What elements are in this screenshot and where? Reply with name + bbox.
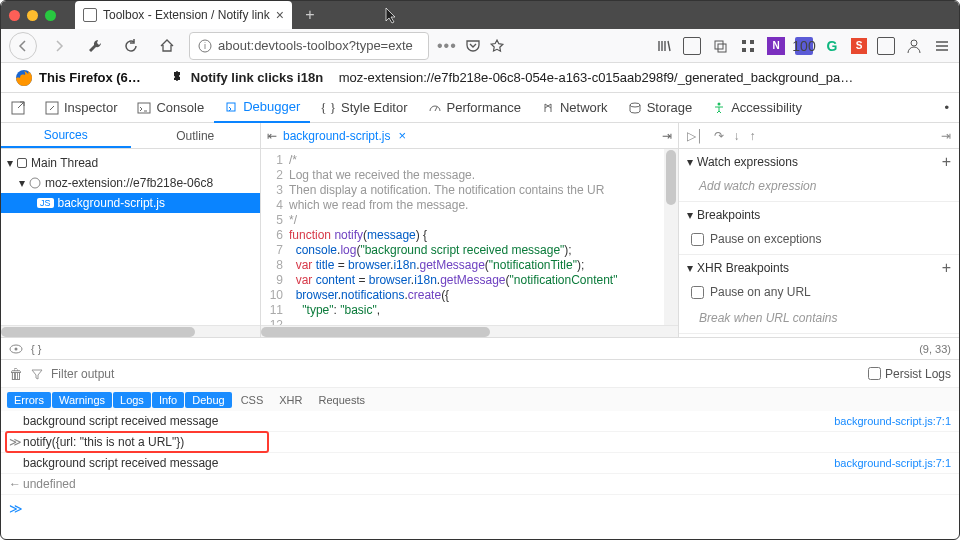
minimize-window-icon[interactable] — [27, 10, 38, 21]
filter-warnings[interactable]: Warnings — [52, 392, 112, 408]
filter-xhr[interactable]: XHR — [271, 392, 310, 408]
svg-point-8 — [911, 40, 917, 46]
editor-vscroll[interactable] — [664, 149, 678, 325]
forward-button[interactable] — [45, 32, 73, 60]
breakpoints-header[interactable]: ▾ Breakpoints — [679, 202, 959, 228]
container-icon[interactable] — [877, 37, 895, 55]
sidebar-icon[interactable] — [683, 37, 701, 55]
devtools-tabs: Inspector Console Debugger { }Style Edit… — [1, 93, 959, 123]
grammarly-icon[interactable]: G — [823, 37, 841, 55]
sources-hscroll[interactable] — [1, 325, 260, 337]
maximize-window-icon[interactable] — [45, 10, 56, 21]
close-file-icon[interactable]: × — [398, 128, 406, 143]
console-toolbar: 🗑 Persist Logs — [1, 359, 959, 387]
break-url-placeholder[interactable]: Break when URL contains — [679, 307, 959, 333]
add-watch-button[interactable]: + — [942, 153, 951, 171]
filter-info[interactable]: Info — [152, 392, 184, 408]
xhr-header[interactable]: ▾ XHR Breakpoints+ — [679, 255, 959, 281]
console-prompt[interactable]: ≫ — [1, 495, 959, 521]
page-actions-icon[interactable]: ••• — [437, 37, 457, 55]
editor-hscroll[interactable] — [261, 325, 678, 337]
library-icon[interactable] — [655, 37, 673, 55]
tab-debugger[interactable]: Debugger — [214, 93, 310, 123]
new-tab-button[interactable]: + — [296, 3, 324, 27]
browser-navbar: i about:devtools-toolbox?type=exte ••• N… — [1, 29, 959, 63]
clear-console-icon[interactable]: 🗑 — [9, 366, 23, 382]
svg-point-14 — [630, 103, 640, 107]
multiwin-icon[interactable] — [711, 37, 729, 55]
collapse-left-icon[interactable]: ⇤ — [267, 129, 277, 143]
apps-icon[interactable] — [739, 37, 757, 55]
line-gutter: 123456789101112 — [261, 149, 289, 325]
tab-network[interactable]: Network — [531, 93, 618, 123]
svg-rect-5 — [750, 40, 754, 44]
add-watch-placeholder[interactable]: Add watch expression — [679, 175, 959, 201]
svg-rect-3 — [718, 44, 726, 52]
onenote-icon[interactable]: N — [767, 37, 785, 55]
add-xhr-button[interactable]: + — [942, 259, 951, 277]
filter-logs[interactable]: Logs — [113, 392, 151, 408]
origin-row[interactable]: ▾ moz-extension://e7fb218e-06c8 — [1, 173, 260, 193]
filter-css[interactable]: CSS — [233, 392, 272, 408]
tools-icon[interactable] — [81, 32, 109, 60]
tab-storage[interactable]: Storage — [618, 93, 703, 123]
filter-icon — [31, 368, 43, 380]
scope-indicator: { } — [31, 343, 41, 355]
console-filters: Errors Warnings Logs Info Debug CSS XHR … — [1, 387, 959, 411]
menu-icon[interactable] — [933, 37, 951, 55]
version-badge[interactable]: 100 — [795, 37, 813, 55]
svg-text:i: i — [204, 41, 206, 51]
url-text: about:devtools-toolbox?type=exte — [218, 38, 420, 53]
panel-collapse-icon[interactable]: ⇥ — [941, 129, 951, 143]
sources-tab[interactable]: Sources — [1, 123, 131, 148]
sources-pane: Sources Outline ▾ Main Thread ▾ moz-exte… — [1, 123, 261, 337]
source-link[interactable]: background-script.js:7:1 — [834, 457, 951, 469]
step-over-icon[interactable]: ↷ — [714, 129, 724, 143]
home-button[interactable] — [153, 32, 181, 60]
tab-console[interactable]: Console — [127, 93, 214, 123]
tab-inspector[interactable]: Inspector — [35, 93, 127, 123]
filter-input[interactable] — [51, 367, 860, 381]
pocket-icon[interactable] — [465, 38, 481, 54]
resume-icon[interactable]: ▷│ — [687, 129, 704, 143]
bookmark-star-icon[interactable] — [489, 38, 505, 54]
input-chevron-icon: ≫ — [9, 435, 23, 449]
file-row[interactable]: JS background-script.js — [1, 193, 260, 213]
overflow-icon[interactable]: • — [934, 100, 959, 115]
url-bar[interactable]: i about:devtools-toolbox?type=exte — [189, 32, 429, 60]
filter-debug[interactable]: Debug — [185, 392, 231, 408]
reload-button[interactable] — [117, 32, 145, 60]
step-in-icon[interactable]: ↓ — [734, 129, 740, 143]
collapse-right-icon[interactable]: ⇥ — [662, 129, 672, 143]
new-window-icon[interactable] — [1, 93, 35, 123]
back-button[interactable] — [9, 32, 37, 60]
this-firefox-crumb[interactable]: This Firefox (6… — [1, 63, 155, 93]
cursor-icon — [384, 6, 398, 24]
browser-tab[interactable]: Toolbox - Extension / Notify link × — [75, 1, 292, 29]
account-icon[interactable] — [905, 37, 923, 55]
code-editor[interactable]: /* Log that we received the message. The… — [289, 149, 664, 325]
step-out-icon[interactable]: ↑ — [750, 129, 756, 143]
persist-logs-checkbox[interactable]: Persist Logs — [868, 367, 951, 381]
tab-style-editor[interactable]: { }Style Editor — [310, 93, 417, 123]
close-tab-icon[interactable]: × — [276, 7, 284, 23]
svg-rect-6 — [742, 48, 746, 52]
svg-point-18 — [15, 347, 18, 350]
pause-url-checkbox[interactable]: Pause on any URL — [679, 281, 959, 307]
watch-header[interactable]: ▾ Watch expressions+ — [679, 149, 959, 175]
svg-point-15 — [718, 102, 721, 105]
pause-exceptions-checkbox[interactable]: Pause on exceptions — [679, 228, 959, 254]
outline-tab[interactable]: Outline — [131, 123, 261, 148]
close-window-icon[interactable] — [9, 10, 20, 21]
source-link[interactable]: background-script.js:7:1 — [834, 415, 951, 427]
s-ext-icon[interactable]: S — [851, 38, 867, 54]
filter-errors[interactable]: Errors — [7, 392, 51, 408]
file-tab[interactable]: background-script.js — [283, 129, 390, 143]
tab-performance[interactable]: Performance — [418, 93, 531, 123]
thread-row[interactable]: ▾ Main Thread — [1, 153, 260, 173]
tab-accessibility[interactable]: Accessibility — [702, 93, 812, 123]
filter-requests[interactable]: Requests — [311, 392, 373, 408]
svg-rect-13 — [227, 103, 235, 111]
eye-icon[interactable] — [9, 344, 23, 354]
target-bar: This Firefox (6… Notify link clicks i18n… — [1, 63, 959, 93]
